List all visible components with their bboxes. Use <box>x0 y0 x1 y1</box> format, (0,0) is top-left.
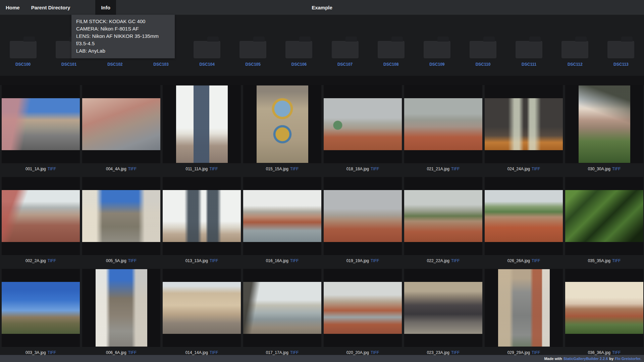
photo-link[interactable]: 019_19A.jpg <box>346 258 369 263</box>
tiff-link[interactable]: TIFF <box>451 350 460 355</box>
folder-item[interactable]: DSC100 <box>0 41 46 76</box>
photo-link[interactable]: 017_17A.jpg <box>266 350 288 355</box>
tiff-link[interactable]: TIFF <box>532 167 540 171</box>
photo-thumbnail[interactable] <box>324 282 402 334</box>
builder-link[interactable]: StaticGalleryBuilder 2.2.6 <box>564 357 608 361</box>
photo-link[interactable]: 003_3A.jpg <box>25 350 46 355</box>
photo-thumbnail[interactable] <box>2 98 80 150</box>
photo-thumbnail[interactable] <box>324 190 402 242</box>
photo-thumbnail[interactable] <box>2 190 80 242</box>
folder-link[interactable]: DSC110 <box>476 62 491 67</box>
folder-link[interactable]: DSC104 <box>199 62 214 67</box>
photo-link[interactable]: 018_18A.jpg <box>346 167 369 171</box>
tiff-link[interactable]: TIFF <box>210 350 218 355</box>
folder-item[interactable]: DSC109 <box>414 41 460 76</box>
nav-item-parent-directory[interactable]: Parent Directory <box>25 0 76 15</box>
photo-link[interactable]: 029_29A.jpg <box>507 350 530 355</box>
photo-thumbnail[interactable] <box>485 98 563 150</box>
folder-item[interactable]: DSC107 <box>322 41 368 76</box>
tiff-link[interactable]: TIFF <box>612 350 621 355</box>
folder-item[interactable]: DSC106 <box>276 41 322 76</box>
tiff-link[interactable]: TIFF <box>371 350 379 355</box>
tiff-link[interactable]: TIFF <box>612 167 621 171</box>
photo-link[interactable]: 002_2A.jpg <box>25 258 46 263</box>
photo-thumbnail[interactable] <box>404 282 482 334</box>
folder-item[interactable]: DSC113 <box>598 41 644 76</box>
tiff-link[interactable]: TIFF <box>48 258 56 263</box>
tiff-link[interactable]: TIFF <box>209 167 218 171</box>
photo-link[interactable]: 035_35A.jpg <box>588 258 610 263</box>
folder-link[interactable]: DSC112 <box>568 62 583 67</box>
folder-link[interactable]: DSC108 <box>383 62 398 67</box>
tiff-link[interactable]: TIFF <box>371 258 379 263</box>
tiff-link[interactable]: TIFF <box>532 258 540 263</box>
tiff-link[interactable]: TIFF <box>48 350 56 355</box>
folder-link[interactable]: DSC111 <box>522 62 536 67</box>
photo-thumbnail[interactable] <box>163 190 241 242</box>
photo-thumbnail[interactable] <box>82 190 160 242</box>
folder-item[interactable]: DSC104 <box>184 41 230 76</box>
tiff-link[interactable]: TIFF <box>290 258 299 263</box>
tiff-link[interactable]: TIFF <box>290 350 299 355</box>
photo-link[interactable]: 013_13A.jpg <box>185 258 208 263</box>
photo-thumbnail[interactable] <box>324 98 402 150</box>
photo-thumbnail[interactable] <box>257 85 308 163</box>
photo-link[interactable]: 016_16A.jpg <box>266 258 288 263</box>
folder-item[interactable]: DSC110 <box>460 41 506 76</box>
photo-thumbnail[interactable] <box>404 98 482 150</box>
folder-link[interactable]: DSC103 <box>153 62 168 67</box>
tiff-link[interactable]: TIFF <box>532 350 540 355</box>
tiff-link[interactable]: TIFF <box>290 167 299 171</box>
tiff-link[interactable]: TIFF <box>210 258 218 263</box>
photo-thumbnail[interactable] <box>579 85 630 163</box>
tiff-link[interactable]: TIFF <box>371 167 379 171</box>
folder-link[interactable]: DSC102 <box>107 62 122 67</box>
folder-item[interactable]: DSC105 <box>230 41 276 76</box>
photo-link[interactable]: 022_22A.jpg <box>427 258 449 263</box>
photo-thumbnail[interactable] <box>2 282 80 334</box>
photo-thumbnail[interactable] <box>565 190 643 242</box>
folder-item[interactable]: DSC111 <box>506 41 552 76</box>
photo-thumbnail[interactable] <box>176 85 228 163</box>
photo-thumbnail[interactable] <box>498 269 550 347</box>
photo-link[interactable]: 021_21A.jpg <box>427 167 449 171</box>
folder-item[interactable]: DSC112 <box>552 41 598 76</box>
tiff-link[interactable]: TIFF <box>48 167 56 171</box>
photo-thumbnail[interactable] <box>485 190 563 242</box>
folder-link[interactable]: DSC105 <box>246 62 261 67</box>
photo-thumbnail[interactable] <box>96 269 147 347</box>
folder-link[interactable]: DSC101 <box>61 62 76 67</box>
photo-link[interactable]: 004_4A.jpg <box>106 167 126 171</box>
tiff-link[interactable]: TIFF <box>451 167 460 171</box>
folder-link[interactable]: DSC107 <box>337 62 353 67</box>
tiff-link[interactable]: TIFF <box>612 258 621 263</box>
photo-link[interactable]: 036_36A.jpg <box>588 350 610 355</box>
photo-link[interactable]: 006_6A.jpg <box>106 350 126 355</box>
photo-thumbnail[interactable] <box>163 282 241 334</box>
photo-link[interactable]: 020_20A.jpg <box>346 350 369 355</box>
photo-thumbnail[interactable] <box>243 190 321 242</box>
tiff-link[interactable]: TIFF <box>128 350 137 355</box>
photo-link[interactable]: 015_15A.jpg <box>266 167 288 171</box>
photo-link[interactable]: 023_23A.jpg <box>427 350 449 355</box>
photo-link[interactable]: 005_5A.jpg <box>106 258 126 263</box>
photo-link[interactable]: 030_30A.jpg <box>588 167 610 171</box>
photo-thumbnail[interactable] <box>404 190 482 242</box>
folder-link[interactable]: DSC113 <box>613 62 629 67</box>
photo-thumbnail[interactable] <box>565 282 643 334</box>
folder-link[interactable]: DSC100 <box>15 62 31 67</box>
photo-link[interactable]: 014_14A.jpg <box>185 350 208 355</box>
photo-thumbnail[interactable] <box>82 98 160 150</box>
folder-link[interactable]: DSC109 <box>429 62 444 67</box>
tiff-link[interactable]: TIFF <box>128 258 137 263</box>
nav-item-home[interactable]: Home <box>0 0 25 15</box>
photo-link[interactable]: 024_24A.jpg <box>507 167 530 171</box>
photo-thumbnail[interactable] <box>243 282 321 334</box>
photo-link[interactable]: 026_26A.jpg <box>507 258 530 263</box>
tiff-link[interactable]: TIFF <box>128 167 137 171</box>
tiff-link[interactable]: TIFF <box>451 258 460 263</box>
nav-item-info[interactable]: Info <box>95 0 116 15</box>
author-link[interactable]: Flo Greistorfer. <box>615 357 641 361</box>
photo-link[interactable]: 011_11A.jpg <box>186 167 208 171</box>
folder-item[interactable]: DSC108 <box>368 41 414 76</box>
